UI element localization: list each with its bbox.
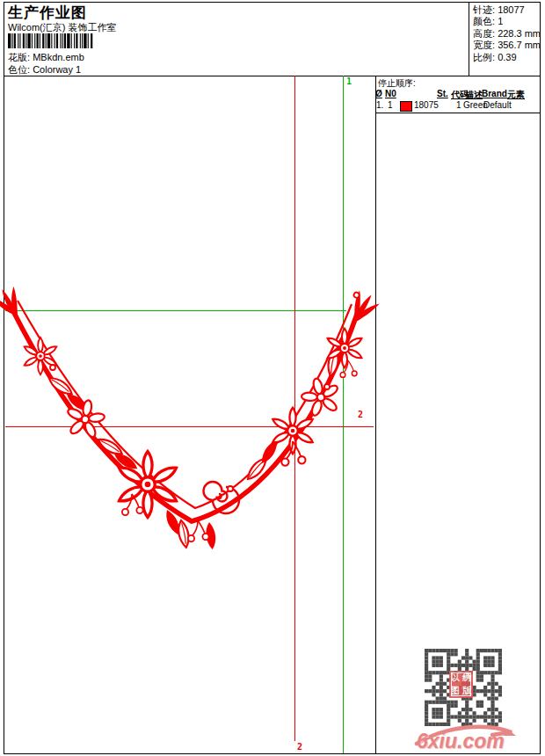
cell-st: 18075 — [414, 100, 439, 110]
col-header-brand: Brand — [482, 89, 507, 98]
start-marker-top: 1 — [346, 77, 352, 86]
stat-colors: 颜色: 1 — [473, 16, 541, 27]
page-border — [4, 2, 541, 754]
seal-char: 图 — [451, 687, 460, 695]
start-vertical-guide — [343, 76, 344, 753]
cell-brand: Default — [483, 100, 512, 110]
design-stats: 针迹: 18077 颜色: 1 高度: 228.3 mm 宽度: 356.7 m… — [473, 4, 541, 63]
seal-char: 绣 — [462, 673, 471, 682]
end-horizontal-guide — [5, 426, 374, 427]
header-divider — [4, 76, 540, 76]
colorway-label: 色位: — [8, 64, 30, 75]
stat-width: 宽度: 356.7 mm — [473, 40, 541, 51]
color-swatch — [400, 101, 412, 112]
stat-stitches: 针迹: 18077 — [473, 4, 541, 16]
red-seal-stamp: 以 绣 图 版 — [449, 671, 473, 698]
stat-scale: 比例: 0.39 — [473, 52, 541, 63]
stats-box-divider — [469, 2, 469, 76]
production-worksheet: 生产作业图 Wilcom(汇京) 装饰工作室 花版: MBkdn.emb 色位:… — [0, 0, 545, 756]
cell-n0: 1 — [388, 100, 393, 110]
pattern-file-label: 花版: — [8, 52, 30, 62]
cell-code: 1 — [456, 100, 461, 110]
end-marker-bottom: 2 — [297, 743, 302, 752]
end-vertical-guide — [294, 76, 295, 741]
col-header-desc: 描述 — [465, 89, 483, 101]
page-title: 生产作业图 — [8, 3, 87, 23]
end-marker-right: 2 — [358, 411, 363, 419]
colorway-row: 色位: Colorway 1 — [8, 63, 81, 76]
seal-char: 以 — [451, 673, 460, 682]
studio-subtitle: Wilcom(汇京) 装饰工作室 — [8, 21, 116, 34]
design-area-divider — [375, 76, 376, 753]
seal-char: 版 — [462, 687, 471, 695]
barcode — [8, 33, 96, 48]
col-header-element: 元素 — [507, 89, 525, 101]
stat-height: 高度: 228.3 mm — [473, 28, 541, 40]
colorway-value: Colorway 1 — [33, 64, 81, 75]
site-logo: 6xiu.com — [410, 721, 524, 754]
cell-seq: 1. — [376, 100, 383, 110]
col-header-hash: Ø — [375, 89, 382, 98]
pattern-file-value: MBkdn.emb — [33, 52, 84, 62]
pattern-file-row: 花版: MBkdn.emb — [8, 51, 84, 64]
logo-text: 6xiu.com — [417, 730, 505, 753]
start-marker-left: 1 — [6, 301, 11, 309]
stop-sequence-title: 停止顺序: — [378, 77, 416, 90]
col-header-n0: N0 — [385, 89, 396, 98]
stop-table-bottom-border — [375, 113, 540, 113]
col-header-st: St. — [437, 89, 448, 98]
